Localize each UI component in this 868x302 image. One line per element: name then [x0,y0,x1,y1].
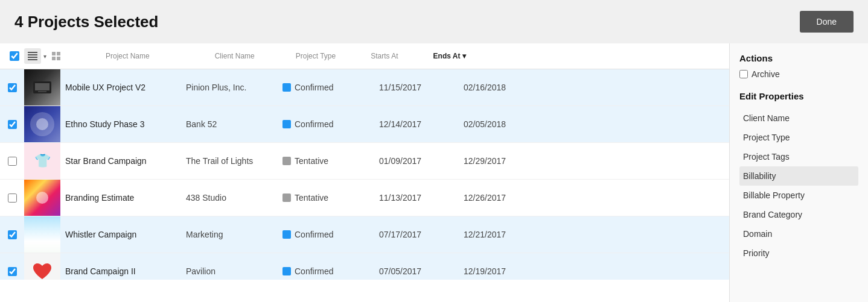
page-title: 4 Projects Selected [14,13,158,31]
confirmed-dot [282,267,291,275]
client-name-col-header: Client Name [215,52,255,60]
row-4-client: 438 Studio [181,188,278,207]
row-2-starts: 12/14/2017 [374,115,459,134]
list-view-button[interactable] [24,48,41,64]
row-1-ends: 02/16/2018 [459,78,555,97]
row-4-checkbox[interactable] [8,193,17,203]
prop-project-type[interactable]: Project Type [739,128,858,147]
grid-view-icon [52,52,60,60]
row-4-thumbnail [24,180,60,216]
row-5-checkbox[interactable] [8,230,17,239]
ends-at-col-header[interactable]: Ends At ▾ [433,52,466,60]
tentative-dot [282,157,291,165]
row-4-checkbox-cell [0,191,24,205]
row-2-thumbnail [24,106,60,142]
row-6-type-label: Confirmed [295,266,334,276]
heart-icon [31,262,53,280]
row-6-checkbox-cell [0,265,24,278]
row-1-checkbox[interactable] [8,83,17,92]
row-5-type-label: Confirmed [295,230,334,239]
row-1-name: Mobile UX Project V2 [60,78,181,97]
table-row: Whistler Campaign Marketing Confirmed 07… [0,216,729,253]
main-layout: ▾ Project Name Client Name Project Type … [0,43,868,302]
confirmed-dot [282,120,291,128]
svg-rect-0 [28,52,37,53]
row-6-client: Pavilion [181,262,278,280]
row-2-type: Confirmed [278,115,374,134]
prop-brand-category[interactable]: Brand Category [739,205,858,224]
project-rows-container: Mobile UX Project V2 Pinion Plus, Inc. C… [0,69,729,280]
project-name-col-header: Project Name [106,52,150,60]
row-4-starts: 11/13/2017 [374,188,459,207]
svg-rect-2 [28,57,37,58]
edit-properties-title: Edit Properties [739,91,858,101]
row-1-starts: 11/15/2017 [374,78,459,97]
row-5-starts: 07/17/2017 [374,225,459,244]
view-dropdown-arrow[interactable]: ▾ [43,53,46,60]
svg-rect-3 [28,59,37,60]
svg-rect-10 [38,91,46,92]
row-3-checkbox[interactable] [8,157,17,166]
row-1-type-label: Confirmed [295,83,334,92]
confirmed-dot [282,230,291,239]
grid-view-button[interactable] [48,48,65,64]
svg-rect-9 [35,83,49,90]
done-button[interactable]: Done [800,11,854,33]
prop-billability[interactable]: Billability [739,166,858,186]
starts-at-col-header: Starts At [371,52,398,60]
project-type-col-header: Project Type [296,52,336,60]
archive-checkbox[interactable] [739,70,748,78]
row-6-ends: 12/19/2017 [459,262,555,280]
view-toggle: ▾ [24,48,65,64]
right-panel: Actions Archive Edit Properties Client N… [729,43,868,302]
prop-billable-property[interactable]: Billable Property [739,186,858,205]
table-row: Ethno Study Phase 3 Bank 52 Confirmed 12… [0,106,729,143]
row-3-type-label: Tentative [295,156,328,166]
row-6-name: Brand Campaign II [60,262,181,280]
row-2-type-label: Confirmed [295,119,334,129]
row-5-type: Confirmed [278,225,374,244]
row-1-client: Pinion Plus, Inc. [181,78,278,97]
row-3-starts: 01/09/2017 [374,151,459,171]
row-6-starts: 07/05/2017 [374,262,459,280]
row-3-thumbnail: 👕 [24,143,60,179]
top-bar: 4 Projects Selected Done [0,0,868,43]
thumbnail-icon [33,81,51,93]
table-row: 👕 Star Brand Campaign The Trail of Light… [0,143,729,180]
row-4-ends: 12/26/2017 [459,188,555,207]
toolbar: ▾ Project Name Client Name Project Type … [0,43,729,69]
svg-rect-1 [28,54,37,55]
row-4-name: Branding Estimate [60,188,181,207]
row-3-ends: 12/29/2017 [459,151,555,171]
svg-rect-7 [57,57,60,60]
row-1-thumbnail [24,69,60,105]
actions-title: Actions [739,53,858,63]
row-3-name: Star Brand Campaign [60,151,181,171]
list-view-icon [28,52,37,60]
svg-rect-6 [52,57,56,60]
row-4-type-label: Tentative [295,193,328,203]
select-all-checkbox[interactable] [10,51,19,61]
table-row: Brand Campaign II Pavilion Confirmed 07/… [0,253,729,280]
svg-rect-4 [52,52,56,55]
row-1-checkbox-cell [0,81,24,95]
row-2-ends: 02/05/2018 [459,115,555,134]
confirmed-dot [282,83,291,92]
row-6-type: Confirmed [278,262,374,280]
prop-client-name[interactable]: Client Name [739,109,858,128]
row-5-name: Whistler Campaign [60,225,181,244]
row-4-type: Tentative [278,188,374,207]
row-3-client: The Trail of Lights [181,151,278,171]
row-6-checkbox[interactable] [8,267,17,276]
svg-rect-5 [57,52,60,55]
prop-project-tags[interactable]: Project Tags [739,147,858,166]
row-1-type: Confirmed [278,78,374,97]
row-5-ends: 12/21/2017 [459,225,555,244]
tentative-dot [282,193,291,202]
prop-domain[interactable]: Domain [739,224,858,244]
row-2-checkbox[interactable] [8,120,17,129]
prop-priority[interactable]: Priority [739,244,858,263]
row-3-checkbox-cell [0,154,24,168]
table-area: ▾ Project Name Client Name Project Type … [0,43,729,302]
table-row: Mobile UX Project V2 Pinion Plus, Inc. C… [0,69,729,106]
